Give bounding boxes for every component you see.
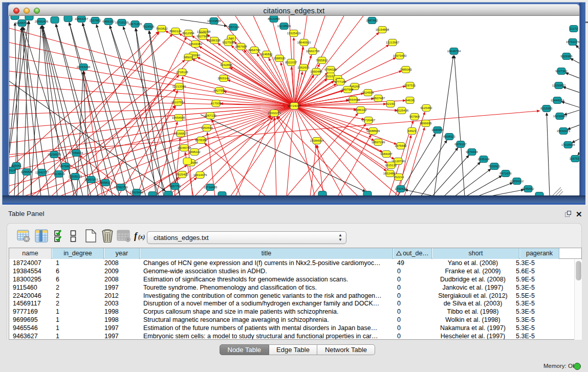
svg-text:1640954: 1640954	[431, 128, 444, 132]
svg-text:9084067: 9084067	[380, 152, 393, 156]
svg-text:7625402: 7625402	[176, 173, 188, 176]
svg-text:12942757: 12942757	[35, 171, 49, 174]
svg-text:15692971: 15692971	[557, 129, 571, 133]
svg-text:9115460: 9115460	[421, 106, 433, 110]
svg-text:16154808: 16154808	[376, 28, 389, 31]
svg-text:19166827: 19166827	[174, 132, 188, 135]
svg-text:10671355: 10671355	[128, 23, 142, 26]
svg-text:9327508: 9327508	[222, 41, 234, 44]
svg-text:11172: 11172	[570, 27, 578, 30]
svg-text:10807487: 10807487	[372, 97, 385, 100]
svg-text:7485063: 7485063	[400, 68, 412, 71]
svg-text:10688609: 10688609	[366, 129, 380, 133]
svg-text:7515526: 7515526	[142, 25, 155, 28]
svg-text:252214: 252214	[394, 176, 404, 179]
svg-text:9975867: 9975867	[59, 165, 72, 168]
svg-text:10973493: 10973493	[393, 54, 407, 57]
svg-text:2935114: 2935114	[478, 158, 490, 161]
svg-text:20564456: 20564456	[346, 98, 360, 101]
svg-text:9245652: 9245652	[522, 187, 534, 190]
svg-text:44923: 44923	[408, 129, 417, 133]
svg-text:9474444: 9474444	[466, 150, 478, 154]
svg-text:39114: 39114	[9, 169, 16, 172]
svg-text:10853257: 10853257	[75, 17, 89, 20]
svg-text:19302273: 19302273	[268, 112, 281, 115]
svg-text:1362615: 1362615	[297, 66, 310, 69]
svg-text:8813054: 8813054	[268, 17, 280, 20]
svg-text:(x): (x)	[138, 234, 145, 240]
svg-text:2867608: 2867608	[235, 45, 247, 48]
svg-text:13325419: 13325419	[287, 32, 301, 35]
svg-text:12093832: 12093832	[552, 84, 566, 87]
svg-text:18807249: 18807249	[372, 141, 385, 144]
svg-text:6466160: 6466160	[102, 20, 115, 23]
svg-text:10958117: 10958117	[99, 181, 113, 184]
svg-text:17016504: 17016504	[561, 143, 575, 146]
svg-text:9329966: 9329966	[560, 55, 573, 58]
svg-text:7955812: 7955812	[316, 59, 328, 62]
svg-text:2718126: 2718126	[176, 71, 188, 74]
svg-text:1297511: 1297511	[404, 84, 417, 87]
svg-text:62160: 62160	[386, 102, 395, 105]
svg-text:2803144: 2803144	[217, 77, 230, 80]
svg-text:8912954: 8912954	[182, 32, 194, 35]
svg-text:18724007: 18724007	[288, 104, 301, 107]
svg-text:12213967: 12213967	[386, 41, 400, 44]
svg-text:6794028: 6794028	[324, 68, 337, 71]
svg-text:10961758: 10961758	[306, 50, 320, 53]
svg-text:8660124: 8660124	[169, 30, 182, 33]
svg-text:16914479: 16914479	[193, 173, 207, 177]
svg-text:8454749: 8454749	[248, 49, 260, 52]
svg-text:15716485: 15716485	[204, 186, 217, 189]
svg-text:17957253: 17957253	[84, 178, 98, 181]
svg-text:12923446: 12923446	[130, 191, 144, 194]
svg-text:15720407: 15720407	[362, 119, 376, 122]
svg-text:3267130: 3267130	[204, 114, 216, 117]
svg-text:20206576: 20206576	[48, 153, 61, 156]
svg-text:3498222: 3498222	[188, 150, 201, 154]
svg-text:8186328: 8186328	[208, 39, 221, 42]
svg-text:16033809: 16033809	[207, 19, 221, 23]
svg-text:6497568: 6497568	[341, 88, 354, 91]
svg-text:9777169: 9777169	[334, 80, 346, 83]
svg-text:20691406: 20691406	[35, 20, 49, 23]
svg-text:417006: 417006	[211, 102, 222, 105]
svg-text:8427552: 8427552	[213, 89, 226, 92]
svg-text:1167533: 1167533	[570, 157, 579, 160]
svg-text:1615132: 1615132	[385, 164, 397, 167]
svg-text:16543382: 16543382	[189, 42, 203, 46]
svg-text:6679197: 6679197	[454, 143, 467, 146]
svg-text:8471676: 8471676	[499, 172, 512, 175]
svg-text:16648784: 16648784	[447, 50, 461, 53]
svg-text:8322037: 8322037	[285, 61, 297, 64]
svg-text:12213369: 12213369	[172, 85, 186, 88]
svg-text:9327509: 9327509	[197, 35, 209, 38]
svg-text:8938923: 8938923	[443, 135, 455, 138]
svg-text:7663822: 7663822	[156, 27, 168, 30]
svg-text:1353594: 1353594	[201, 126, 213, 129]
svg-text:19218506: 19218506	[277, 25, 291, 28]
svg-text:19654945: 19654945	[172, 116, 186, 119]
svg-text:8578352: 8578352	[195, 139, 207, 142]
svg-text:98901: 98901	[184, 56, 193, 59]
svg-text:9699695: 9699695	[420, 122, 432, 125]
svg-text:1527602: 1527602	[89, 19, 101, 22]
svg-text:1114519: 1114519	[53, 172, 65, 176]
svg-text:2687682: 2687682	[366, 19, 378, 22]
svg-text:f: f	[134, 231, 138, 241]
svg-text:10107554: 10107554	[171, 101, 185, 104]
svg-text:16210643: 16210643	[553, 115, 567, 118]
svg-text:1990448: 1990448	[310, 70, 322, 73]
svg-text:20053346: 20053346	[77, 65, 91, 69]
svg-text:9146821: 9146821	[260, 53, 273, 56]
svg-text:9657791: 9657791	[169, 185, 181, 188]
svg-text:10025436: 10025436	[395, 109, 409, 112]
svg-text:15751074: 15751074	[566, 40, 579, 43]
svg-text:17359934: 17359934	[70, 151, 83, 155]
svg-text:3624554: 3624554	[362, 91, 374, 94]
svg-text:16782759: 16782759	[114, 186, 128, 189]
svg-text:2386322: 2386322	[355, 108, 367, 112]
svg-text:9227342: 9227342	[555, 70, 568, 73]
svg-text:18640910: 18640910	[297, 41, 311, 44]
svg-text:10719155: 10719155	[115, 21, 129, 24]
